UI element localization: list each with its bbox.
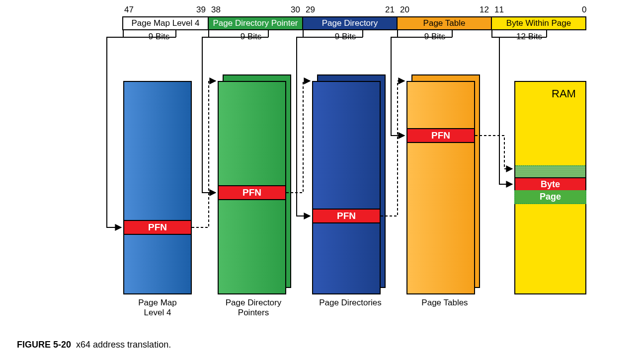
pfn-pt: PFN xyxy=(406,128,475,143)
caption-pdp-text: Page Directory Pointers xyxy=(226,298,281,317)
segment-pdp: Page Directory Pointer xyxy=(208,16,303,30)
pfn-pdp: PFN xyxy=(218,185,286,200)
bit-label-47: 47 xyxy=(124,5,134,15)
table-pt-front xyxy=(406,81,475,294)
caption-pml4: Page Map Level 4 xyxy=(123,298,192,318)
table-pml4 xyxy=(123,81,192,294)
bits-bwp: 12 Bits xyxy=(512,32,547,42)
bit-label-11: 11 xyxy=(494,5,504,15)
bit-label-20: 20 xyxy=(400,5,409,15)
bit-label-29: 29 xyxy=(306,5,315,15)
figure-title: x64 address translation. xyxy=(76,340,171,350)
table-pd-front xyxy=(312,81,381,294)
segment-pt: Page Table xyxy=(397,16,492,30)
bits-pml4: 9 Bits xyxy=(142,32,176,42)
x64-address-translation-diagram: 47 39 38 30 29 21 20 12 11 0 Page Map Le… xyxy=(0,0,644,358)
bit-label-0: 0 xyxy=(582,5,586,15)
bits-pd: 9 Bits xyxy=(328,32,363,42)
figure-caption: FIGURE 5-20 x64 address translation. xyxy=(17,340,171,350)
pfn-pd: PFN xyxy=(312,209,381,223)
bits-pt: 9 Bits xyxy=(417,32,452,42)
figure-number: FIGURE 5-20 xyxy=(17,340,71,350)
caption-pt: Page Tables xyxy=(407,298,482,308)
ram-page: Page xyxy=(514,190,586,204)
segment-pd: Page Directory xyxy=(302,16,398,30)
caption-pd: Page Directories xyxy=(311,298,390,308)
bit-label-38: 38 xyxy=(211,5,221,15)
segment-bwp: Byte Within Page xyxy=(491,16,586,30)
caption-pml4-text: Page Map Level 4 xyxy=(138,298,177,317)
segment-pml4: Page Map Level 4 xyxy=(122,16,209,30)
pfn-pml4: PFN xyxy=(123,220,192,235)
bit-label-39: 39 xyxy=(196,5,206,15)
ram-label: RAM xyxy=(552,87,576,100)
ram-byte: Byte xyxy=(514,177,586,191)
ram-page-top xyxy=(515,165,585,178)
bit-label-30: 30 xyxy=(291,5,300,15)
bit-label-12: 12 xyxy=(480,5,489,15)
bit-label-21: 21 xyxy=(385,5,395,15)
caption-pdp: Page Directory Pointers xyxy=(214,298,293,318)
bits-pdp: 9 Bits xyxy=(234,32,268,42)
